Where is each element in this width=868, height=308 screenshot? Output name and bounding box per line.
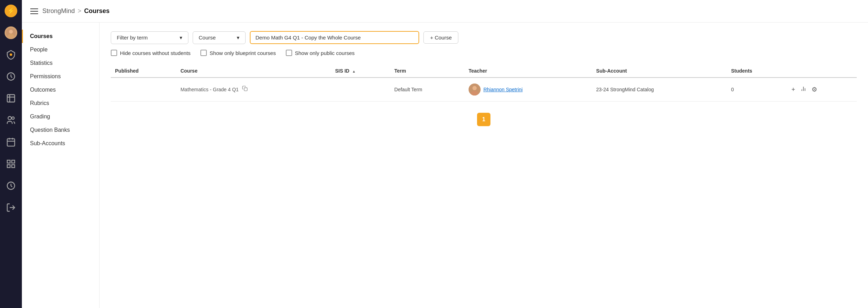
main-panel: Filter by term ▾ Course ▾ + Course Hide … xyxy=(100,23,868,308)
col-students: Students xyxy=(727,64,787,78)
breadcrumb-org: StrongMind xyxy=(42,7,75,15)
col-sis-id[interactable]: SIS ID ▲ xyxy=(331,64,390,78)
sidebar-item-people[interactable]: People xyxy=(22,43,99,56)
breadcrumb: StrongMind > Courses xyxy=(42,7,110,15)
term-filter-arrow: ▾ xyxy=(180,35,182,41)
cell-term: Default Term xyxy=(390,78,464,101)
sidebar-item-grading[interactable]: Grading xyxy=(22,110,99,123)
cell-teacher: Rhiannon Spetrini xyxy=(464,78,592,101)
course-name: Mathematics - Grade 4 Q1 xyxy=(180,87,239,92)
add-course-button[interactable]: + Course xyxy=(423,31,458,44)
main-content: StrongMind > Courses Courses People Stat… xyxy=(22,0,868,308)
table-header: Published Course SIS ID ▲ Term Teacher S… xyxy=(111,64,857,78)
add-action-button[interactable]: + xyxy=(791,86,795,93)
course-search-input[interactable] xyxy=(250,31,419,44)
type-filter-arrow: ▾ xyxy=(237,35,240,41)
teacher-avatar xyxy=(469,84,481,96)
blueprint-only-box xyxy=(200,50,207,56)
sidebar-item-courses[interactable]: Courses xyxy=(22,30,99,43)
col-teacher: Teacher xyxy=(464,64,592,78)
table-body: Mathematics - Grade 4 Q1 Default Term xyxy=(111,78,857,101)
cell-published xyxy=(111,78,176,101)
svg-rect-14 xyxy=(7,160,10,163)
col-course: Course xyxy=(176,64,331,78)
hide-no-students-label: Hide courses without students xyxy=(120,50,191,56)
blueprint-only-checkbox[interactable]: Show only blueprint courses xyxy=(200,50,276,56)
svg-rect-16 xyxy=(7,165,10,167)
shield-rail-icon[interactable] xyxy=(0,44,22,66)
cell-course: Mathematics - Grade 4 Q1 xyxy=(176,78,331,101)
actions-cell: + ⚙ xyxy=(791,86,852,94)
svg-rect-15 xyxy=(12,160,14,163)
courses-table: Published Course SIS ID ▲ Term Teacher S… xyxy=(111,64,857,101)
breadcrumb-page: Courses xyxy=(84,7,110,15)
teacher-cell: Rhiannon Spetrini xyxy=(469,84,588,96)
settings-action-button[interactable]: ⚙ xyxy=(812,86,817,93)
history-rail-icon[interactable] xyxy=(0,175,22,197)
svg-rect-10 xyxy=(7,139,15,146)
hide-no-students-checkbox[interactable]: Hide courses without students xyxy=(111,50,191,56)
public-only-checkbox[interactable]: Show only public courses xyxy=(286,50,355,56)
search-wrapper xyxy=(250,31,419,44)
cell-students: 0 xyxy=(727,78,787,101)
svg-point-3 xyxy=(10,54,12,56)
col-published: Published xyxy=(111,64,176,78)
logout-rail-icon[interactable] xyxy=(0,197,22,218)
book-rail-icon[interactable] xyxy=(0,87,22,109)
copy-icon[interactable] xyxy=(242,86,248,91)
stats-action-button[interactable] xyxy=(800,86,807,94)
filter-row: Filter by term ▾ Course ▾ + Course xyxy=(111,31,857,44)
sidebar-item-sub-accounts[interactable]: Sub-Accounts xyxy=(22,137,99,150)
term-filter-select[interactable]: Filter by term ▾ xyxy=(111,31,188,44)
avatar-rail-item[interactable] xyxy=(0,22,22,44)
sidebar-item-outcomes[interactable]: Outcomes xyxy=(22,83,99,97)
people-rail-icon[interactable] xyxy=(0,109,22,131)
svg-rect-17 xyxy=(12,165,14,167)
page-1-button[interactable]: 1 xyxy=(477,113,490,126)
cell-sis-id xyxy=(331,78,390,101)
breadcrumb-separator: > xyxy=(78,7,82,15)
calendar-rail-icon[interactable] xyxy=(0,131,22,153)
col-sub-account: Sub-Account xyxy=(592,64,727,78)
user-avatar xyxy=(5,26,17,39)
sis-sort-arrow: ▲ xyxy=(352,69,356,73)
content-area: Courses People Statistics Permissions Ou… xyxy=(22,23,868,308)
svg-rect-5 xyxy=(7,95,15,102)
grid-rail-icon[interactable] xyxy=(0,153,22,175)
svg-point-9 xyxy=(12,117,14,119)
sidebar-item-statistics[interactable]: Statistics xyxy=(22,56,99,70)
svg-point-1 xyxy=(9,30,13,33)
svg-point-8 xyxy=(8,117,11,120)
cell-actions: + ⚙ xyxy=(787,78,857,101)
pagination: 1 xyxy=(111,113,857,126)
lightning-icon: ⚡ xyxy=(7,7,15,15)
col-actions xyxy=(787,64,857,78)
clock-rail-icon[interactable] xyxy=(0,66,22,87)
cell-sub-account: 23-24 StrongMind Catalog xyxy=(592,78,727,101)
svg-point-22 xyxy=(472,86,477,90)
hide-no-students-box xyxy=(111,50,117,56)
teacher-name[interactable]: Rhiannon Spetrini xyxy=(483,87,523,92)
checkbox-row: Hide courses without students Show only … xyxy=(111,50,857,56)
sidebar-item-permissions[interactable]: Permissions xyxy=(22,70,99,83)
col-term: Term xyxy=(390,64,464,78)
table-row: Mathematics - Grade 4 Q1 Default Term xyxy=(111,78,857,101)
icon-rail: ⚡ xyxy=(0,0,22,308)
sidebar: Courses People Statistics Permissions Ou… xyxy=(22,23,100,308)
public-only-box xyxy=(286,50,292,56)
hamburger-menu[interactable] xyxy=(30,8,38,14)
blueprint-only-label: Show only blueprint courses xyxy=(210,50,276,56)
top-bar: StrongMind > Courses xyxy=(22,0,868,23)
sidebar-item-question-banks[interactable]: Question Banks xyxy=(22,123,99,137)
term-filter-label: Filter by term xyxy=(117,35,148,41)
public-only-label: Show only public courses xyxy=(295,50,355,56)
sidebar-item-rubrics[interactable]: Rubrics xyxy=(22,97,99,110)
svg-rect-20 xyxy=(244,88,247,91)
type-filter-select[interactable]: Course ▾ xyxy=(193,31,246,44)
type-filter-value: Course xyxy=(199,35,216,41)
app-logo[interactable]: ⚡ xyxy=(0,0,22,22)
